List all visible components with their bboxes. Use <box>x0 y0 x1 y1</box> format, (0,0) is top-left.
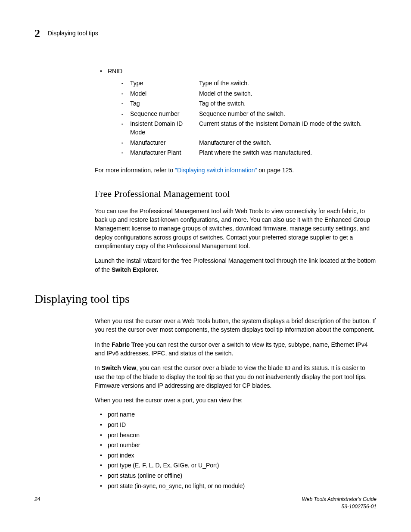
field-name: Manufacturer <box>130 139 193 147</box>
dash-icon: - <box>121 149 124 157</box>
field-desc: Sequence number of the switch. <box>199 110 377 118</box>
tips-section-title: Displaying tool tips <box>34 290 377 307</box>
port-info-list: port name port ID port beacon port numbe… <box>108 411 377 490</box>
running-title: Displaying tool tips <box>48 29 98 38</box>
dash-icon: - <box>121 90 124 98</box>
xref-paragraph: For more information, refer to "Displayi… <box>95 166 377 174</box>
list-item: port state (in-sync, no_sync, no light, … <box>108 482 377 491</box>
xref-pre: For more information, refer to <box>95 167 175 174</box>
chapter-number: 2 <box>34 26 40 41</box>
footer-right: Web Tools Administrator's Guide 53-10027… <box>302 496 377 510</box>
pm-p2: Launch the install wizard for the free P… <box>95 256 377 274</box>
field-desc: Type of the switch. <box>199 79 377 88</box>
dash-icon: - <box>121 139 124 147</box>
field-name: Type <box>130 79 193 88</box>
list-item: port beacon <box>108 431 377 440</box>
list-item: port type (E, F, L, D, Ex, GIGe, or U_Po… <box>108 461 377 470</box>
xref-post: on page 125. <box>257 167 294 174</box>
tips-p2-a: In the <box>95 341 112 348</box>
rnid-field: - Manufacturer Manufacturer of the switc… <box>121 139 377 147</box>
switch-view-label: Switch View <box>102 364 137 371</box>
rnid-field-list: - Type Type of the switch. - Model Model… <box>121 79 377 157</box>
doc-number: 53-1002756-01 <box>342 504 377 510</box>
dash-icon: - <box>121 110 124 118</box>
field-desc: Plant where the switch was manufactured. <box>199 149 377 157</box>
tips-p3: In Switch View, you can rest the cursor … <box>95 364 377 390</box>
tips-p2: In the Fabric Tree you can rest the curs… <box>95 340 377 358</box>
list-item: port index <box>108 451 377 460</box>
doc-title: Web Tools Administrator's Guide <box>302 496 377 502</box>
field-name: Sequence number <box>130 110 193 118</box>
page-footer: 24 Web Tools Administrator's Guide 53-10… <box>34 496 377 510</box>
field-name: Model <box>130 90 193 98</box>
pm-section-title: Free Professional Management tool <box>95 187 377 201</box>
rnid-field: - Model Model of the switch. <box>121 90 377 98</box>
rnid-field: - Sequence number Sequence number of the… <box>121 110 377 118</box>
field-name: Insistent Domain ID Mode <box>130 120 193 137</box>
field-desc: Tag of the switch. <box>199 100 377 108</box>
tips-p3-a: In <box>95 364 102 371</box>
list-item: port status (online or offline) <box>108 472 377 480</box>
field-desc: Current status of the Insistent Domain I… <box>199 120 377 128</box>
pm-p1: You can use the Professional Management … <box>95 207 377 250</box>
field-desc: Model of the switch. <box>199 90 377 98</box>
rnid-field: - Insistent Domain ID Mode Current statu… <box>121 120 377 137</box>
tips-p1: When you rest the cursor over a Web Tool… <box>95 317 377 334</box>
list-item: port ID <box>108 421 377 429</box>
rnid-field: - Tag Tag of the switch. <box>121 100 377 108</box>
tips-p4: When you rest the cursor over a port, yo… <box>95 396 377 404</box>
rnid-field: - Manufacturer Plant Plant where the swi… <box>121 149 377 157</box>
field-desc: Manufacturer of the switch. <box>199 139 377 147</box>
dash-icon: - <box>121 100 124 108</box>
rnid-field: - Type Type of the switch. <box>121 79 377 88</box>
dash-icon: - <box>121 79 124 88</box>
dash-icon: - <box>121 120 124 128</box>
field-name: Manufacturer Plant <box>130 149 193 157</box>
fabric-tree-label: Fabric Tree <box>112 341 144 348</box>
list-item: port number <box>108 441 377 450</box>
page-header: 2 Displaying tool tips <box>34 26 377 41</box>
page-number: 24 <box>34 496 40 510</box>
xref-link[interactable]: "Displaying switch information" <box>175 167 257 174</box>
switch-explorer-label: Switch Explorer. <box>112 266 159 273</box>
rnid-bullet: RNID <box>108 67 377 76</box>
field-name: Tag <box>130 100 193 108</box>
list-item: port name <box>108 411 377 419</box>
